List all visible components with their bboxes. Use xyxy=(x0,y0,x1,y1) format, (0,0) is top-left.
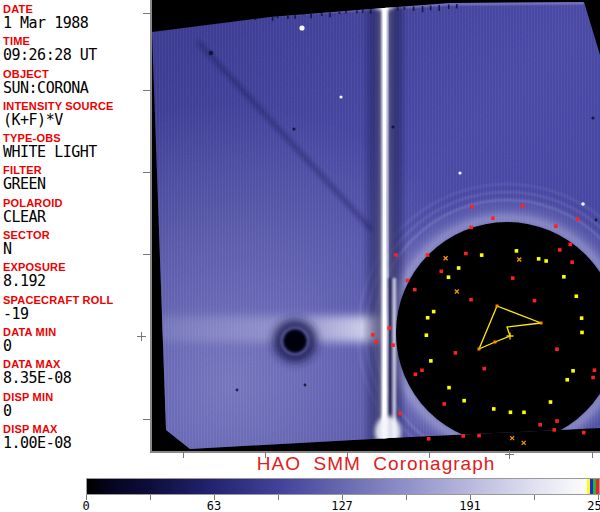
metadata-field: FILTERGREEN xyxy=(3,164,150,196)
bright-horizontal-band xyxy=(150,316,384,342)
smm-viewer-window: DATE1 Mar 1988TIME09:26:28 UTOBJECTSUN:C… xyxy=(0,0,600,512)
metadata-field: DATA MAX8.35E-08 xyxy=(3,358,150,390)
colorbar xyxy=(86,478,600,495)
field-value: 1.00E-08 xyxy=(3,435,150,452)
axis-tick xyxy=(143,172,150,173)
colorbar-tick-label: 191 xyxy=(459,499,481,512)
metadata-field: DATE1 Mar 1988 xyxy=(3,3,150,35)
sky-image-region xyxy=(150,0,600,451)
field-label: DISP MIN xyxy=(3,391,150,403)
colorbar-tick-label: 0 xyxy=(82,499,89,512)
field-label: SPACECRAFT ROLL xyxy=(3,294,150,306)
field-value: CLEAR xyxy=(3,209,150,226)
field-value: -19 xyxy=(3,306,150,323)
axis-tick xyxy=(143,419,150,420)
dark-blob-core xyxy=(284,330,306,352)
colorbar-annotation-stripe xyxy=(596,479,599,494)
colorbar-tick xyxy=(150,495,151,500)
colorbar-tick xyxy=(534,495,535,500)
axis-tick xyxy=(509,450,510,459)
axis-tick xyxy=(183,452,184,458)
pylon-bright-core xyxy=(383,0,386,451)
panel-frame-left xyxy=(150,0,152,452)
axis-tick xyxy=(143,13,150,14)
colorbar-tick-label: 127 xyxy=(331,499,353,512)
field-value: WHITE LIGHT xyxy=(3,144,150,161)
metadata-field: SECTORN xyxy=(3,229,150,261)
metadata-field: DISP MIN0 xyxy=(3,391,150,423)
field-label: OBJECT xyxy=(3,68,150,80)
coronagraph-image xyxy=(150,0,600,451)
metadata-sidebar: DATE1 Mar 1988TIME09:26:28 UTOBJECTSUN:C… xyxy=(0,0,150,451)
axis-tick xyxy=(143,254,150,255)
field-value: 0 xyxy=(3,403,150,420)
field-value: (K+F)*V xyxy=(3,112,150,129)
field-value: 0 xyxy=(3,338,150,355)
metadata-field: DATA MIN0 xyxy=(3,326,150,358)
axis-tick xyxy=(592,452,593,458)
image-panel xyxy=(150,0,600,451)
metadata-field: SPACECRAFT ROLL-19 xyxy=(3,294,150,326)
field-label: POLAROID xyxy=(3,197,150,209)
colorbar-tick-label: 63 xyxy=(207,499,221,512)
colorbar-tick xyxy=(278,495,279,500)
metadata-field: TYPE-OBSWHITE LIGHT xyxy=(3,132,150,164)
field-value: N xyxy=(3,241,150,258)
metadata-field: INTENSITY SOURCE(K+F)*V xyxy=(3,100,150,132)
metadata-field: DISP MAX1.00E-08 xyxy=(3,423,150,455)
metadata-field: POLAROIDCLEAR xyxy=(3,197,150,229)
axis-tick xyxy=(143,90,150,91)
field-value: GREEN xyxy=(3,176,150,193)
field-label: SECTOR xyxy=(3,229,150,241)
metadata-field: EXPOSURE8.192 xyxy=(3,261,150,293)
axis-tick xyxy=(141,332,142,341)
page-title: HAO SMM Coronagraph xyxy=(257,453,496,475)
metadata-field: TIME09:26:28 UT xyxy=(3,35,150,67)
field-value: SUN:CORONA xyxy=(3,80,150,97)
field-value: 8.192 xyxy=(3,273,150,290)
colorbar-tick xyxy=(406,495,407,500)
field-value: 09:26:28 UT xyxy=(3,47,150,64)
metadata-field: OBJECTSUN:CORONA xyxy=(3,68,150,100)
field-value: 8.35E-08 xyxy=(3,370,150,387)
colorbar-tick-label: 255 xyxy=(587,499,600,512)
field-label: DATA MIN xyxy=(3,326,150,338)
field-value: 1 Mar 1988 xyxy=(3,15,150,32)
